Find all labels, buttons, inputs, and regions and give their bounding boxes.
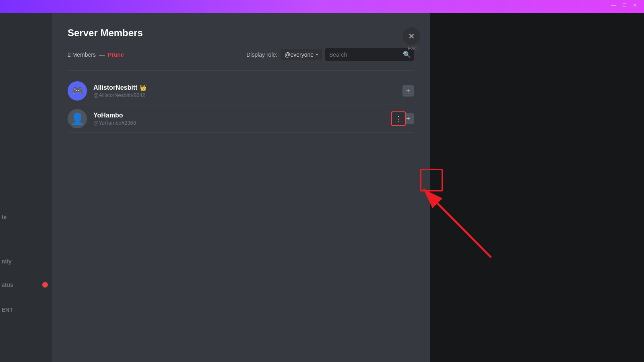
- display-role-label: Display role:: [246, 51, 277, 58]
- user-avatar-photo: 👤: [70, 112, 85, 125]
- member-tag: @YoHambo#2368: [93, 120, 396, 126]
- role-dropdown[interactable]: @everyone ▾: [281, 49, 322, 60]
- prune-button[interactable]: Prune: [108, 51, 124, 58]
- server-members-modal: ✕ ESC Server Members 2 Members — Prune D…: [52, 13, 430, 362]
- sidebar-community-label: nity: [0, 258, 51, 265]
- sidebar-status-label: atus: [0, 282, 51, 288]
- add-role-button[interactable]: +: [402, 85, 414, 97]
- crown-icon: 👑: [140, 84, 147, 91]
- sidebar-ent-label: ENT: [0, 306, 51, 313]
- member-name: AllistorNesbitt 👑: [93, 84, 396, 91]
- discord-avatar-icon: 🎮: [72, 86, 83, 96]
- sidebar: te nity atus ENT: [0, 13, 52, 362]
- table-row: 👤 YoHambo @YoHambo#2368 + ⋮: [68, 105, 414, 133]
- window-controls: — ☐ ✕: [611, 2, 638, 8]
- header-divider: [68, 70, 414, 71]
- minimize-button[interactable]: —: [611, 2, 617, 8]
- member-tag: @AllistorNesbitt#8642: [93, 92, 396, 98]
- table-row: 🎮 AllistorNesbitt 👑 @AllistorNesbitt#864…: [68, 77, 414, 105]
- search-icon: 🔍: [403, 51, 411, 58]
- sidebar-partial-te: te: [0, 214, 6, 220]
- status-dot: [42, 282, 48, 288]
- search-input[interactable]: [329, 51, 400, 58]
- search-bar[interactable]: 🔍: [325, 48, 414, 61]
- member-name: YoHambo: [93, 112, 396, 119]
- avatar: 👤: [68, 109, 87, 128]
- modal-close-button[interactable]: ✕: [402, 27, 420, 45]
- member-info: AllistorNesbitt 👑 @AllistorNesbitt#8642: [93, 84, 396, 98]
- more-options-button[interactable]: ⋮: [391, 111, 406, 126]
- maximize-button[interactable]: ☐: [621, 2, 627, 8]
- member-count-text: 2 Members: [68, 51, 96, 58]
- plus-icon: +: [406, 115, 411, 123]
- plus-icon: +: [406, 87, 411, 95]
- title-bar: [0, 0, 644, 13]
- window-close-button[interactable]: ✕: [632, 2, 638, 8]
- more-vert-icon: ⋮: [394, 114, 402, 123]
- dash-separator: —: [99, 51, 105, 58]
- avatar: 🎮: [68, 81, 87, 101]
- role-value: @everyone: [285, 51, 314, 58]
- modal-subheader: 2 Members — Prune Display role: @everyon…: [68, 48, 414, 61]
- chevron-down-icon: ▾: [316, 52, 318, 57]
- member-info: YoHambo @YoHambo#2368: [93, 112, 396, 126]
- modal-title: Server Members: [68, 27, 414, 39]
- member-list: 🎮 AllistorNesbitt 👑 @AllistorNesbitt#864…: [68, 77, 414, 133]
- member-count-area: 2 Members — Prune: [68, 51, 124, 58]
- esc-label: ESC: [408, 46, 418, 51]
- close-icon: ✕: [408, 31, 415, 41]
- display-role-area: Display role: @everyone ▾ 🔍: [246, 48, 414, 61]
